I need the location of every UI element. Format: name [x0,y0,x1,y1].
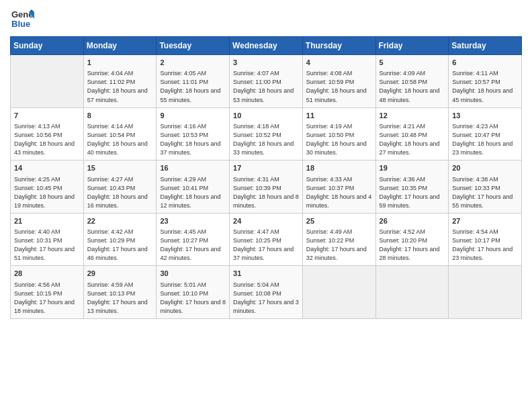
calendar-cell: 28Sunrise: 4:56 AMSunset: 10:15 PMDaylig… [11,266,84,319]
calendar-cell: 18Sunrise: 4:33 AMSunset: 10:37 PMDaylig… [302,161,375,214]
day-number: 5 [380,58,445,68]
calendar-cell: 13Sunrise: 4:23 AMSunset: 10:47 PMDaylig… [449,107,522,161]
day-number: 10 [233,111,299,121]
day-info: Sunrise: 4:16 AMSunset: 10:53 PMDaylight… [160,122,226,157]
day-info: Sunrise: 4:14 AMSunset: 10:54 PMDaylight… [87,122,153,157]
calendar-week-5: 28Sunrise: 4:56 AMSunset: 10:15 PMDaylig… [11,266,522,319]
svg-text:Blue: Blue [11,19,30,29]
calendar-cell: 20Sunrise: 4:38 AMSunset: 10:33 PMDaylig… [449,161,522,214]
calendar-week-3: 14Sunrise: 4:25 AMSunset: 10:45 PMDaylig… [11,161,522,214]
header-sunday: Sunday [11,37,84,55]
calendar-cell: 15Sunrise: 4:27 AMSunset: 10:43 PMDaylig… [83,161,157,214]
calendar-cell: 19Sunrise: 4:36 AMSunset: 10:35 PMDaylig… [375,161,449,214]
day-number: 8 [87,111,153,121]
calendar-week-4: 21Sunrise: 4:40 AMSunset: 10:31 PMDaylig… [11,213,522,266]
day-number: 7 [14,111,80,121]
calendar-cell: 29Sunrise: 4:59 AMSunset: 10:13 PMDaylig… [83,266,157,319]
day-info: Sunrise: 4:19 AMSunset: 10:50 PMDaylight… [306,122,372,157]
calendar-week-1: 1Sunrise: 4:04 AMSunset: 11:02 PMDayligh… [11,55,522,108]
calendar-cell: 14Sunrise: 4:25 AMSunset: 10:45 PMDaylig… [11,161,84,214]
day-number: 19 [380,163,445,173]
day-number: 6 [452,58,518,68]
day-number: 14 [14,163,80,173]
calendar-cell: 6Sunrise: 4:11 AMSunset: 10:57 PMDayligh… [449,55,522,108]
day-info: Sunrise: 4:54 AMSunset: 10:17 PMDaylight… [452,228,518,263]
day-number: 16 [160,163,226,173]
day-number: 3 [233,58,299,68]
calendar-cell: 31Sunrise: 5:04 AMSunset: 10:08 PMDaylig… [230,266,303,319]
day-number: 20 [452,163,518,173]
calendar-header-row: SundayMondayTuesdayWednesdayThursdayFrid… [11,37,522,55]
day-info: Sunrise: 4:59 AMSunset: 10:13 PMDaylight… [87,281,153,316]
calendar-cell: 10Sunrise: 4:18 AMSunset: 10:52 PMDaylig… [230,107,303,161]
day-number: 11 [306,111,372,121]
day-info: Sunrise: 5:01 AMSunset: 10:10 PMDaylight… [160,281,226,316]
calendar-cell: 12Sunrise: 4:21 AMSunset: 10:48 PMDaylig… [375,107,449,161]
calendar-cell [449,266,522,319]
day-info: Sunrise: 4:47 AMSunset: 10:25 PMDaylight… [233,228,299,263]
calendar-cell: 1Sunrise: 4:04 AMSunset: 11:02 PMDayligh… [83,55,157,108]
day-info: Sunrise: 4:23 AMSunset: 10:47 PMDaylight… [452,122,518,157]
day-number: 24 [233,216,299,226]
day-number: 17 [233,163,299,173]
day-info: Sunrise: 4:45 AMSunset: 10:27 PMDaylight… [160,228,226,263]
logo: General Blue [10,7,34,34]
calendar-table: SundayMondayTuesdayWednesdayThursdayFrid… [10,36,522,319]
header-saturday: Saturday [449,37,522,55]
day-number: 2 [160,58,226,68]
day-number: 27 [452,216,518,226]
calendar-cell [302,266,375,319]
day-info: Sunrise: 4:09 AMSunset: 10:58 PMDaylight… [380,69,445,104]
day-number: 13 [452,111,518,121]
day-number: 21 [14,216,80,226]
calendar-cell: 7Sunrise: 4:13 AMSunset: 10:56 PMDayligh… [11,107,84,161]
day-info: Sunrise: 4:29 AMSunset: 10:41 PMDaylight… [160,175,226,210]
calendar-cell: 27Sunrise: 4:54 AMSunset: 10:17 PMDaylig… [449,213,522,266]
calendar-cell: 17Sunrise: 4:31 AMSunset: 10:39 PMDaylig… [230,161,303,214]
calendar-cell: 3Sunrise: 4:07 AMSunset: 11:00 PMDayligh… [230,55,303,108]
day-info: Sunrise: 4:08 AMSunset: 10:59 PMDaylight… [306,69,372,104]
day-number: 18 [306,163,372,173]
day-info: Sunrise: 4:38 AMSunset: 10:33 PMDaylight… [452,175,518,210]
calendar-cell: 26Sunrise: 4:52 AMSunset: 10:20 PMDaylig… [375,213,449,266]
calendar-cell: 2Sunrise: 4:05 AMSunset: 11:01 PMDayligh… [157,55,230,108]
day-info: Sunrise: 4:11 AMSunset: 10:57 PMDaylight… [452,69,518,104]
day-info: Sunrise: 4:31 AMSunset: 10:39 PMDaylight… [233,175,299,210]
day-info: Sunrise: 4:42 AMSunset: 10:29 PMDaylight… [87,228,153,263]
calendar-cell: 16Sunrise: 4:29 AMSunset: 10:41 PMDaylig… [157,161,230,214]
calendar-cell: 11Sunrise: 4:19 AMSunset: 10:50 PMDaylig… [302,107,375,161]
day-info: Sunrise: 4:07 AMSunset: 11:00 PMDaylight… [233,69,299,104]
calendar-cell: 24Sunrise: 4:47 AMSunset: 10:25 PMDaylig… [230,213,303,266]
calendar-cell: 25Sunrise: 4:49 AMSunset: 10:22 PMDaylig… [302,213,375,266]
calendar-cell: 22Sunrise: 4:42 AMSunset: 10:29 PMDaylig… [83,213,157,266]
day-info: Sunrise: 5:04 AMSunset: 10:08 PMDaylight… [233,281,299,316]
calendar-cell: 23Sunrise: 4:45 AMSunset: 10:27 PMDaylig… [157,213,230,266]
day-number: 22 [87,216,153,226]
calendar-cell: 9Sunrise: 4:16 AMSunset: 10:53 PMDayligh… [157,107,230,161]
header-wednesday: Wednesday [230,37,303,55]
day-info: Sunrise: 4:36 AMSunset: 10:35 PMDaylight… [380,175,445,210]
calendar-week-2: 7Sunrise: 4:13 AMSunset: 10:56 PMDayligh… [11,107,522,161]
header-friday: Friday [375,37,449,55]
day-info: Sunrise: 4:25 AMSunset: 10:45 PMDaylight… [14,175,80,210]
day-info: Sunrise: 4:27 AMSunset: 10:43 PMDaylight… [87,175,153,210]
calendar-cell: 4Sunrise: 4:08 AMSunset: 10:59 PMDayligh… [302,55,375,108]
day-number: 23 [160,216,226,226]
day-number: 30 [160,269,226,279]
day-info: Sunrise: 4:40 AMSunset: 10:31 PMDaylight… [14,228,80,263]
day-info: Sunrise: 4:56 AMSunset: 10:15 PMDaylight… [14,281,80,316]
calendar-cell [11,55,84,108]
day-info: Sunrise: 4:05 AMSunset: 11:01 PMDaylight… [160,69,226,104]
calendar-cell: 5Sunrise: 4:09 AMSunset: 10:58 PMDayligh… [375,55,449,108]
day-number: 26 [380,216,445,226]
day-info: Sunrise: 4:52 AMSunset: 10:20 PMDaylight… [380,228,445,263]
day-info: Sunrise: 4:33 AMSunset: 10:37 PMDaylight… [306,175,372,210]
day-number: 25 [306,216,372,226]
header-thursday: Thursday [302,37,375,55]
day-number: 1 [87,58,153,68]
day-number: 12 [380,111,445,121]
day-info: Sunrise: 4:13 AMSunset: 10:56 PMDaylight… [14,122,80,157]
day-info: Sunrise: 4:04 AMSunset: 11:02 PMDaylight… [87,69,153,104]
page-header: General Blue [10,7,522,34]
day-number: 28 [14,269,80,279]
